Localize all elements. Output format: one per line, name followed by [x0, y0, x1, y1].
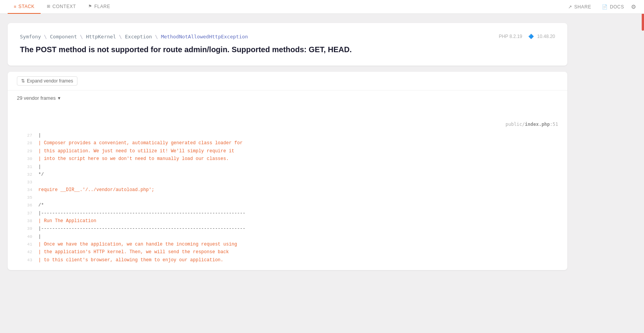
laravel-version: 🔷 10.48.20 — [528, 34, 555, 39]
laravel-icon: 🔷 — [528, 34, 534, 39]
exception-path: Symfony \ Component \ HttpKernel \ Excep… — [20, 34, 499, 40]
line-code: | — [38, 163, 41, 171]
line-number: 41 — [17, 241, 32, 248]
stack-icon: ≡ — [14, 4, 16, 9]
code-file-path: public/index.php:51 — [8, 117, 567, 129]
expand-vendor-bar: ⇅ Expand vendor frames — [8, 72, 567, 91]
line-code: /* — [38, 201, 44, 209]
share-icon: ↗ — [568, 4, 572, 10]
line-code: | Run The Application — [38, 217, 96, 225]
main-content: Symfony \ Component \ HttpKernel \ Excep… — [0, 14, 575, 279]
code-line: 30| into the script here so we don't nee… — [8, 155, 567, 163]
stack-trace-card: ⇅ Expand vendor frames 29 vendor frames … — [8, 72, 567, 270]
line-code: | Once we have the application, we can h… — [38, 241, 237, 248]
code-line: 43| to this client's browser, allowing t… — [8, 256, 567, 264]
nav-right: ↗ SHARE 📄 DOCS ⚙ — [564, 0, 636, 14]
code-line: 28| Composer provides a convenient, auto… — [8, 139, 567, 147]
line-code: | this application. We just need to util… — [38, 147, 234, 155]
error-header-card: Symfony \ Component \ HttpKernel \ Excep… — [8, 23, 567, 66]
expand-vendor-button[interactable]: ⇅ Expand vendor frames — [17, 76, 77, 86]
top-navigation: ≡ STACK ⊞ CONTEXT ⚑ FLARE ↗ SHARE 📄 DOCS… — [0, 0, 644, 14]
line-number: 27 — [17, 132, 32, 139]
line-code: require __DIR__.'/../vendor/autoload.php… — [38, 186, 154, 194]
expand-icon: ⇅ — [21, 78, 25, 84]
flare-icon: ⚑ — [88, 4, 92, 9]
line-number: 34 — [17, 186, 32, 194]
docs-icon: 📄 — [602, 4, 608, 10]
code-line: 42| the application's HTTP kernel. Then,… — [8, 248, 567, 256]
code-line: 36/* — [8, 201, 567, 209]
docs-button[interactable]: 📄 DOCS — [597, 0, 629, 14]
exception-class: Symfony \ Component \ HttpKernel \ Excep… — [20, 34, 248, 40]
vendor-frames-summary[interactable]: 29 vendor frames ▾ — [8, 91, 567, 106]
line-number: 29 — [17, 147, 32, 155]
line-code: | to this client's browser, allowing the… — [38, 256, 223, 264]
code-line: 34require __DIR__.'/../vendor/autoload.p… — [8, 186, 567, 194]
nav-tab-context[interactable]: ⊞ CONTEXT — [41, 0, 82, 14]
line-number: 36 — [17, 201, 32, 209]
code-line: 27| — [8, 132, 567, 139]
code-block: 27|28| Composer provides a convenient, a… — [8, 129, 567, 270]
line-code: |---------------------------------------… — [38, 209, 245, 217]
line-number: 32 — [17, 171, 32, 178]
code-line: 37|-------------------------------------… — [8, 209, 567, 217]
line-code: | into the script here so we don't need … — [38, 155, 229, 163]
nav-tab-flare[interactable]: ⚑ FLARE — [82, 0, 116, 14]
line-number: 40 — [17, 233, 32, 241]
line-number: 37 — [17, 209, 32, 217]
line-number: 38 — [17, 217, 32, 225]
nav-label-flare: FLARE — [94, 4, 110, 9]
line-code: | Composer provides a convenient, automa… — [38, 139, 243, 147]
code-line: 41| Once we have the application, we can… — [8, 241, 567, 248]
line-number: 33 — [17, 178, 32, 186]
code-line: 33 — [8, 178, 567, 186]
scrollbar[interactable] — [642, 0, 644, 333]
code-line: 29| this application. We just need to ut… — [8, 147, 567, 155]
code-line: 31| — [8, 163, 567, 171]
line-number: 30 — [17, 155, 32, 163]
chevron-down-icon: ▾ — [58, 95, 61, 101]
nav-tab-stack[interactable]: ≡ STACK — [8, 0, 41, 14]
code-line: 35 — [8, 194, 567, 201]
line-number: 39 — [17, 225, 32, 232]
settings-button[interactable]: ⚙ — [630, 4, 636, 10]
spacer — [8, 106, 567, 117]
nav-left: ≡ STACK ⊞ CONTEXT ⚑ FLARE — [8, 0, 117, 14]
line-code: | — [38, 233, 41, 241]
nav-label-stack: STACK — [18, 4, 34, 9]
line-code: */ — [38, 171, 44, 178]
nav-label-context: CONTEXT — [53, 4, 76, 9]
line-code: | the application's HTTP kernel. Then, w… — [38, 248, 229, 256]
error-message: The POST method is not supported for rou… — [20, 44, 499, 55]
line-number: 43 — [17, 256, 32, 264]
line-number: 31 — [17, 163, 32, 171]
line-number: 42 — [17, 248, 32, 256]
php-version: PHP 8.2.19 — [499, 34, 522, 39]
error-meta: PHP 8.2.19 🔷 10.48.20 — [499, 34, 555, 39]
code-line: 39|-------------------------------------… — [8, 225, 567, 232]
code-line: 38| Run The Application — [8, 217, 567, 225]
context-icon: ⊞ — [47, 4, 51, 9]
code-line: 32*/ — [8, 171, 567, 178]
share-button[interactable]: ↗ SHARE — [564, 0, 596, 14]
line-code: |---------------------------------------… — [38, 225, 245, 232]
code-line: 40| — [8, 233, 567, 241]
line-number: 28 — [17, 139, 32, 147]
line-number: 35 — [17, 194, 32, 201]
line-code: | — [38, 132, 41, 139]
